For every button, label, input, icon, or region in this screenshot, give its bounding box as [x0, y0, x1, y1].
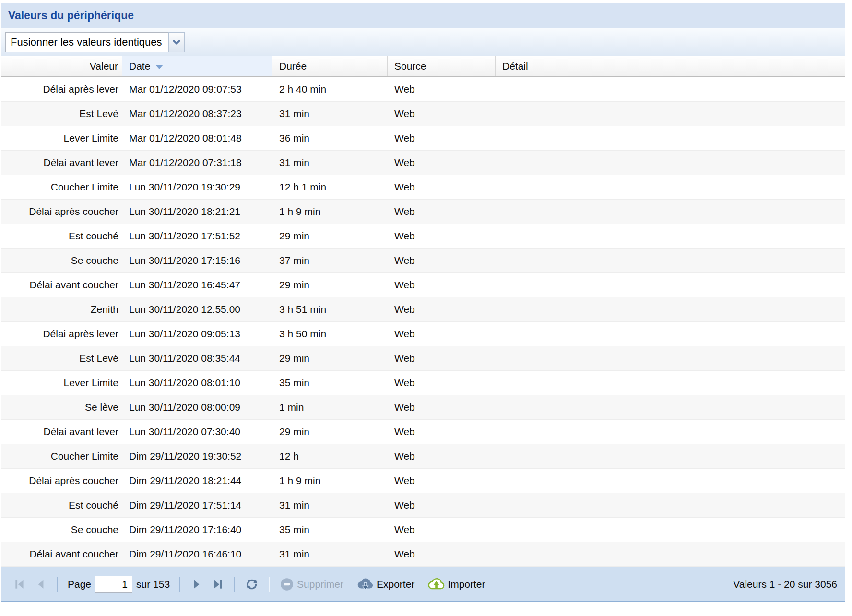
cell-source: Web: [388, 224, 496, 248]
cell-source: Web: [388, 322, 496, 346]
cell-duree: 12 h: [272, 444, 388, 468]
column-label: Détail: [502, 60, 528, 72]
column-header-duree[interactable]: Durée: [272, 56, 388, 76]
cell-source: Web: [388, 371, 496, 395]
merge-values-input[interactable]: [5, 32, 168, 52]
cell-detail: [496, 395, 845, 419]
cell-detail: [496, 273, 845, 297]
delete-button-label: Supprimer: [297, 579, 343, 590]
table-row[interactable]: Lever Limite Lun 30/11/2020 08:01:10 35 …: [1, 371, 845, 395]
cell-date: Lun 30/11/2020 07:30:40: [122, 420, 272, 444]
cloud-upload-icon: [427, 578, 445, 591]
cell-source: Web: [388, 518, 496, 542]
refresh-button[interactable]: [245, 578, 259, 591]
cell-duree: 1 min: [272, 395, 388, 419]
cell-detail: [496, 102, 845, 126]
cell-valeur: Est Levé: [1, 346, 122, 370]
next-page-button[interactable]: [190, 578, 203, 591]
refresh-icon: [245, 578, 259, 591]
last-page-button[interactable]: [212, 578, 224, 591]
cell-source: Web: [388, 297, 496, 321]
sort-desc-icon: [155, 65, 163, 69]
cell-date: Dim 29/11/2020 17:51:14: [122, 493, 272, 517]
cell-source: Web: [388, 493, 496, 517]
delete-button[interactable]: Supprimer: [280, 577, 343, 592]
cell-valeur: Lever Limite: [1, 371, 122, 395]
cell-source: Web: [388, 420, 496, 444]
export-button[interactable]: Exporter: [356, 578, 414, 591]
merge-values-combobox: [5, 32, 185, 52]
table-row[interactable]: Se couche Lun 30/11/2020 17:15:16 37 min…: [1, 249, 845, 273]
cell-duree: 31 min: [272, 102, 388, 126]
table-row[interactable]: Se couche Dim 29/11/2020 17:16:40 35 min…: [1, 518, 845, 542]
cell-duree: 35 min: [272, 371, 388, 395]
next-page-icon: [190, 578, 203, 591]
table-row[interactable]: Zenith Lun 30/11/2020 12:55:00 3 h 51 mi…: [1, 297, 845, 322]
prev-page-button[interactable]: [35, 578, 47, 591]
first-page-button[interactable]: [13, 578, 26, 591]
table-row[interactable]: Est couché Lun 30/11/2020 17:51:52 29 mi…: [1, 224, 845, 249]
cell-valeur: Se couche: [1, 249, 122, 272]
column-label: Durée: [279, 60, 307, 72]
cell-detail: [496, 175, 845, 199]
cell-detail: [496, 249, 845, 272]
cell-valeur: Est couché: [1, 493, 122, 517]
cell-source: Web: [388, 77, 496, 101]
cell-date: Dim 29/11/2020 16:46:10: [122, 542, 272, 566]
cell-detail: [496, 469, 845, 493]
cell-valeur: Délai avant lever: [1, 151, 122, 175]
cell-duree: 29 min: [272, 420, 388, 444]
cell-source: Web: [388, 126, 496, 150]
cell-valeur: Coucher Limite: [1, 175, 122, 199]
table-row[interactable]: Délai avant coucher Dim 29/11/2020 16:46…: [1, 542, 845, 567]
table-row[interactable]: Délai après lever Lun 30/11/2020 09:05:1…: [1, 322, 845, 346]
table-row[interactable]: Coucher Limite Lun 30/11/2020 19:30:29 1…: [1, 175, 845, 200]
toolbar-separator: [269, 577, 270, 592]
cell-detail: [496, 297, 845, 321]
table-row[interactable]: Est Levé Mar 01/12/2020 08:37:23 31 min …: [1, 102, 845, 126]
cell-source: Web: [388, 273, 496, 297]
cell-date: Lun 30/11/2020 08:01:10: [122, 371, 272, 395]
cell-valeur: Délai avant coucher: [1, 542, 122, 566]
table-row[interactable]: Délai après lever Mar 01/12/2020 09:07:5…: [1, 77, 845, 102]
cell-date: Lun 30/11/2020 16:45:47: [122, 273, 272, 297]
table-row[interactable]: Coucher Limite Dim 29/11/2020 19:30:52 1…: [1, 444, 845, 469]
cell-date: Dim 29/11/2020 18:21:44: [122, 469, 272, 493]
cell-source: Web: [388, 200, 496, 224]
cell-valeur: Délai avant lever: [1, 420, 122, 444]
cell-source: Web: [388, 444, 496, 468]
column-header-valeur[interactable]: Valeur: [1, 56, 122, 76]
first-page-icon: [13, 578, 26, 591]
column-header-detail[interactable]: Détail: [496, 56, 845, 76]
grid-header: Valeur Date Durée Source Détail: [1, 56, 845, 77]
cell-date: Mar 01/12/2020 09:07:53: [122, 77, 272, 101]
cell-source: Web: [388, 469, 496, 493]
table-row[interactable]: Délai avant lever Mar 01/12/2020 07:31:1…: [1, 151, 845, 175]
table-row[interactable]: Est couché Dim 29/11/2020 17:51:14 31 mi…: [1, 493, 845, 518]
table-row[interactable]: Se lève Lun 30/11/2020 08:00:09 1 min We…: [1, 395, 845, 420]
table-row[interactable]: Délai après coucher Lun 30/11/2020 18:21…: [1, 200, 845, 224]
cell-date: Lun 30/11/2020 19:30:29: [122, 175, 272, 199]
cell-duree: 1 h 9 min: [272, 200, 388, 224]
cell-valeur: Coucher Limite: [1, 444, 122, 468]
export-button-label: Exporter: [377, 579, 414, 590]
import-button[interactable]: Importer: [427, 578, 485, 591]
column-header-date[interactable]: Date: [122, 56, 272, 76]
column-header-source[interactable]: Source: [388, 56, 496, 76]
cell-detail: [496, 542, 845, 566]
cell-valeur: Délai après coucher: [1, 469, 122, 493]
cell-detail: [496, 371, 845, 395]
page-number-input[interactable]: [95, 576, 132, 593]
import-button-label: Importer: [448, 579, 485, 590]
table-row[interactable]: Délai après coucher Dim 29/11/2020 18:21…: [1, 469, 845, 493]
record-count-summary: Valeurs 1 - 20 sur 3056: [733, 579, 837, 590]
table-row[interactable]: Lever Limite Mar 01/12/2020 08:01:48 36 …: [1, 126, 845, 151]
table-row[interactable]: Est Levé Lun 30/11/2020 08:35:44 29 min …: [1, 346, 845, 371]
cell-source: Web: [388, 175, 496, 199]
last-page-icon: [212, 578, 224, 591]
table-row[interactable]: Délai avant lever Lun 30/11/2020 07:30:4…: [1, 420, 845, 444]
prev-page-icon: [35, 578, 47, 591]
cell-detail: [496, 420, 845, 444]
combobox-trigger-button[interactable]: [168, 32, 185, 52]
table-row[interactable]: Délai avant coucher Lun 30/11/2020 16:45…: [1, 273, 845, 297]
